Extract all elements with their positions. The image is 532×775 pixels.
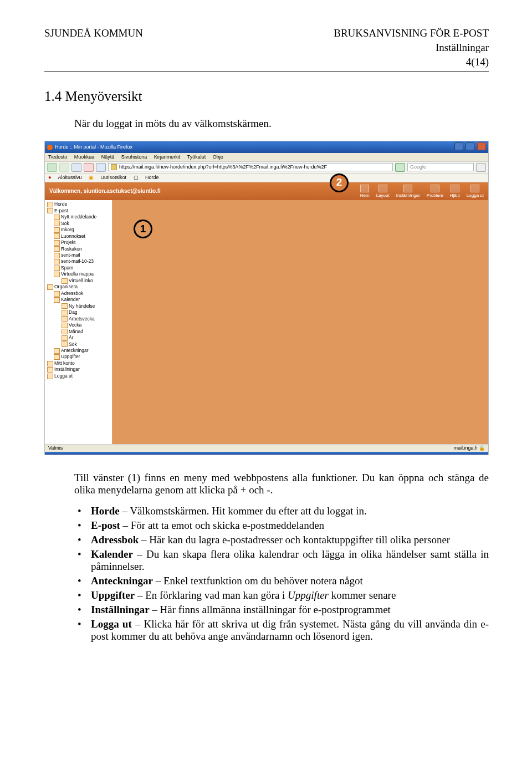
folder-icon xyxy=(54,240,60,246)
tree-item-label: Horde xyxy=(54,201,67,207)
folder-icon xyxy=(54,291,60,297)
go-button[interactable] xyxy=(395,163,405,172)
minimize-button[interactable] xyxy=(454,142,463,150)
tree-item[interactable]: Dag xyxy=(46,309,111,315)
tree-item[interactable]: Vecka xyxy=(46,322,111,328)
tree-item-label: Roskakori xyxy=(61,246,82,252)
bookmark-item[interactable]: Uutisotsikot xyxy=(101,175,127,180)
settings-icon[interactable]: Inställningar xyxy=(396,185,420,198)
tree-item-label: År xyxy=(69,335,74,340)
maximize-button[interactable] xyxy=(466,142,474,150)
tree-item[interactable]: Adressbok xyxy=(46,290,111,297)
folder-icon xyxy=(62,341,68,347)
logout-icon[interactable]: Logga ut xyxy=(467,185,484,198)
tree-item[interactable]: Sök xyxy=(46,341,111,348)
folder-icon xyxy=(62,316,68,322)
tree-item-label: Mitt konto xyxy=(54,360,75,366)
tree-item[interactable]: Anteckningar xyxy=(46,348,111,354)
browser-navbar: https://mail.inga.fi/new-horde/index.php… xyxy=(45,162,488,174)
status-bar: Valmis mail.inga.fi 🔒 xyxy=(45,444,488,452)
tree-item-label: Kalender xyxy=(61,297,80,302)
url-bar[interactable]: https://mail.inga.fi/new-horde/index.php… xyxy=(108,163,393,171)
tree-item[interactable]: Projekt xyxy=(46,239,111,246)
tree-item[interactable]: Ny händelse xyxy=(46,303,111,309)
tree-item[interactable]: Logga ut xyxy=(46,373,111,379)
tree-item-label: Virtuella mappa xyxy=(61,271,94,277)
tree-item[interactable]: Mitt konto xyxy=(46,360,111,366)
section-title: 1.4 Menyöversikt xyxy=(44,89,489,104)
forward-button[interactable] xyxy=(59,163,69,172)
menu-item[interactable]: Muokkaa xyxy=(74,154,95,160)
folder-icon xyxy=(62,323,68,328)
menu-item[interactable]: Ohje xyxy=(213,154,223,160)
status-right: mail.inga.fi 🔒 xyxy=(453,445,485,451)
close-button[interactable] xyxy=(477,142,486,150)
reload-button[interactable] xyxy=(71,163,81,172)
main-area: 1 xyxy=(112,200,488,444)
folder-icon xyxy=(54,227,60,233)
tree-item-label: Nytt meddelande xyxy=(61,214,96,220)
problem-icon[interactable]: Problem xyxy=(427,185,443,198)
menu-item[interactable]: Kirjanmerkit xyxy=(154,154,181,160)
tree-item[interactable]: Månad xyxy=(46,329,111,335)
page-number: 4(14) xyxy=(466,55,489,69)
folder-icon xyxy=(47,374,53,379)
tree-item[interactable]: sent-mail-10-23 xyxy=(46,258,111,264)
tree-item-label: sent-mail xyxy=(61,252,80,258)
menu-item[interactable]: Sivuhistoria xyxy=(121,154,147,160)
tree-item[interactable]: sent-mail xyxy=(46,252,111,258)
folder-icon xyxy=(54,221,60,226)
stop-button[interactable] xyxy=(84,163,94,172)
tree-item[interactable]: Virtuell inko xyxy=(46,278,111,284)
folder-icon xyxy=(54,272,60,277)
tree-item[interactable]: Luonnokset xyxy=(46,233,111,239)
bullet-italic: Uppgifter xyxy=(288,589,329,601)
search-box[interactable]: Google xyxy=(407,163,474,171)
tree-item[interactable]: Inkorg xyxy=(46,227,111,233)
folder-icon xyxy=(54,259,60,264)
tree-item-label: Organisera xyxy=(54,284,78,289)
menu-item[interactable]: Työkalut xyxy=(187,154,206,160)
bullet-bold: Inställningar xyxy=(91,604,150,615)
layout-icon[interactable]: Layout xyxy=(376,185,390,198)
search-submit[interactable] xyxy=(476,163,486,172)
tree-item[interactable]: Inställningar xyxy=(46,366,111,373)
tree-item-label: E-post xyxy=(54,208,68,213)
bullet-bold: Anteckningar xyxy=(91,575,153,587)
tree-item[interactable]: Spam xyxy=(46,265,111,271)
header-right-1: BRUKSANVISNING FÖR E-POST xyxy=(334,27,489,40)
menu-item[interactable]: Näytä xyxy=(101,154,115,160)
menu-item[interactable]: Tiedosto xyxy=(48,154,67,160)
folder-icon xyxy=(54,233,60,239)
tree-item[interactable]: Virtuella mappa xyxy=(46,271,111,277)
os-taskbar xyxy=(45,452,488,455)
bullet-item: Horde – Välkomstskärmen. Hit kommer du e… xyxy=(91,505,489,517)
tree-item[interactable]: Uppgifter xyxy=(46,354,111,360)
folder-icon xyxy=(62,329,68,334)
home-button[interactable] xyxy=(96,163,106,172)
tree-item[interactable]: År xyxy=(46,335,111,341)
lock-icon xyxy=(111,164,117,170)
tree-item[interactable]: E-post xyxy=(46,208,111,214)
tree-item-label: Logga ut xyxy=(54,373,73,379)
nav-tree[interactable]: HordeE-postNytt meddelandeSökInkorgLuonn… xyxy=(45,200,112,444)
home-icon[interactable]: Hem xyxy=(360,185,370,198)
callout-2: 2 xyxy=(330,174,349,192)
tree-item-label: Sök xyxy=(69,341,77,347)
back-button[interactable] xyxy=(47,163,57,172)
folder-icon xyxy=(47,361,53,366)
tree-item[interactable]: Organisera xyxy=(46,284,111,290)
tree-item[interactable]: Nytt meddelande xyxy=(46,214,111,220)
tree-item[interactable]: Roskakori xyxy=(46,246,111,252)
tree-item[interactable]: Arbetsvecka xyxy=(46,316,111,322)
tree-item[interactable]: Horde xyxy=(46,201,111,207)
header-icons: Hem Layout Inställningar Problem Hjälp L… xyxy=(360,185,484,198)
bullet-bold: Logga ut xyxy=(91,618,132,630)
folder-icon xyxy=(54,215,60,220)
help-icon[interactable]: Hjälp xyxy=(450,185,460,198)
tree-item[interactable]: Sök xyxy=(46,221,111,227)
bookmark-item[interactable]: Aloitussivu xyxy=(58,175,81,180)
bookmark-item[interactable]: Horde xyxy=(145,175,159,180)
tree-item[interactable]: Kalender xyxy=(46,297,111,303)
window-titlebar: Horde :: Min portal - Mozilla Firefox xyxy=(45,141,488,153)
